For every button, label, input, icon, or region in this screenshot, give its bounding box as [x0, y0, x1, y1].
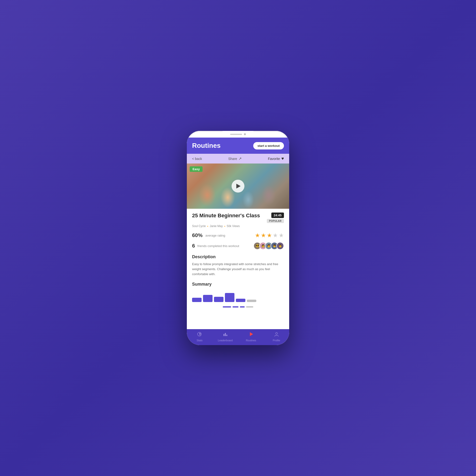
- heart-icon: ♥: [281, 156, 284, 161]
- svg-rect-3: [226, 335, 227, 336]
- routines-icon: [249, 332, 254, 338]
- bar-5: [236, 299, 245, 302]
- phone-frame: Routines start a workout < back Share ↗ …: [187, 131, 289, 345]
- star-2: ★: [261, 232, 266, 239]
- bar-4: [225, 293, 235, 302]
- start-workout-button[interactable]: start a workout: [253, 142, 284, 150]
- content-area: 25 Minute Beginner's Class 24:45 POPULAR…: [187, 209, 289, 329]
- page-title: Routines: [192, 142, 221, 150]
- separator-dot-1: ●: [207, 225, 208, 227]
- play-button[interactable]: [232, 180, 244, 192]
- workout-author: Janie May: [210, 224, 223, 228]
- back-button[interactable]: < back: [192, 157, 202, 161]
- friends-label: friends completed this workout: [197, 244, 239, 248]
- star-4: ★: [273, 232, 278, 239]
- favorite-button[interactable]: Favorite ♥: [268, 156, 284, 161]
- routines-label: Routines: [246, 339, 256, 342]
- popular-badge: POPULAR: [267, 219, 284, 223]
- notch-bar: [230, 134, 242, 135]
- difficulty-badge: Easy: [190, 166, 203, 172]
- bar-6: [247, 300, 256, 302]
- star-3: ★: [267, 232, 272, 239]
- time-badge: 24:45: [271, 213, 284, 218]
- separator-dot-2: ●: [224, 225, 225, 227]
- header: Routines start a workout: [187, 137, 289, 154]
- profile-label: Profile: [273, 339, 280, 342]
- bar-1: [192, 298, 202, 302]
- summary-heading: Summary: [192, 282, 284, 287]
- star-5: ★: [279, 232, 284, 239]
- share-button[interactable]: Share ↗: [228, 156, 241, 161]
- nav-item-leaderboard[interactable]: Leaderboard: [218, 332, 233, 342]
- avatar-5: 👨: [276, 242, 284, 250]
- profile-icon: [274, 332, 279, 338]
- rating-row: 60% average rating ★ ★ ★ ★ ★: [192, 232, 284, 239]
- description-text: Easy to follow prompts integrated with s…: [192, 262, 284, 276]
- stats-label: Stats: [197, 339, 203, 342]
- nav-item-stats[interactable]: Stats: [192, 332, 206, 342]
- star-1: ★: [255, 232, 260, 239]
- friends-count: 6: [192, 243, 195, 249]
- notch-camera: [244, 133, 246, 135]
- sub-navigation: < back Share ↗ Favorite ♥: [187, 154, 289, 164]
- workout-subtitle: Soul Cycle ● Janie May ● 50k Views: [192, 224, 284, 228]
- share-icon: ↗: [238, 156, 241, 161]
- progress-dot-2: [233, 306, 238, 307]
- workout-source: Soul Cycle: [192, 224, 206, 228]
- svg-point-5: [276, 333, 277, 334]
- title-row: 25 Minute Beginner's Class 24:45 POPULAR: [192, 213, 284, 223]
- star-rating: ★ ★ ★ ★ ★: [255, 232, 284, 239]
- friends-row: 6 friends completed this workout 😎 👩 🧑 👦…: [192, 242, 284, 250]
- svg-rect-1: [223, 334, 224, 336]
- workout-views: 50k Views: [227, 224, 240, 228]
- workout-title: 25 Minute Beginner's Class: [192, 213, 264, 219]
- phone-notch: [222, 131, 254, 137]
- rating-percent: 60%: [192, 232, 203, 238]
- progress-dot-4: [246, 306, 253, 307]
- stats-icon: [197, 332, 202, 338]
- screen: Routines start a workout < back Share ↗ …: [187, 137, 289, 345]
- svg-marker-4: [250, 332, 253, 336]
- svg-rect-2: [225, 333, 226, 336]
- progress-dot-3: [240, 306, 245, 307]
- bar-3: [214, 297, 223, 302]
- rating-label: average rating: [205, 234, 225, 237]
- favorite-label: Favorite: [268, 157, 280, 161]
- play-icon: [236, 184, 241, 188]
- description-heading: Description: [192, 255, 284, 259]
- nav-item-profile[interactable]: Profile: [270, 332, 284, 342]
- bottom-navigation: Stats Leaderboard Routin: [187, 329, 289, 345]
- badge-group: 24:45 POPULAR: [267, 213, 284, 223]
- video-thumbnail[interactable]: Easy: [187, 164, 289, 209]
- progress-dot-1: [223, 306, 231, 307]
- friend-avatars: 😎 👩 🧑 👦 👨: [254, 242, 284, 250]
- share-label: Share: [228, 157, 237, 161]
- bar-2: [203, 295, 213, 302]
- summary-chart: [192, 290, 284, 302]
- leaderboard-icon: [223, 332, 228, 338]
- progress-indicator: [192, 305, 284, 308]
- nav-item-routines[interactable]: Routines: [244, 332, 258, 342]
- leaderboard-label: Leaderboard: [218, 339, 233, 342]
